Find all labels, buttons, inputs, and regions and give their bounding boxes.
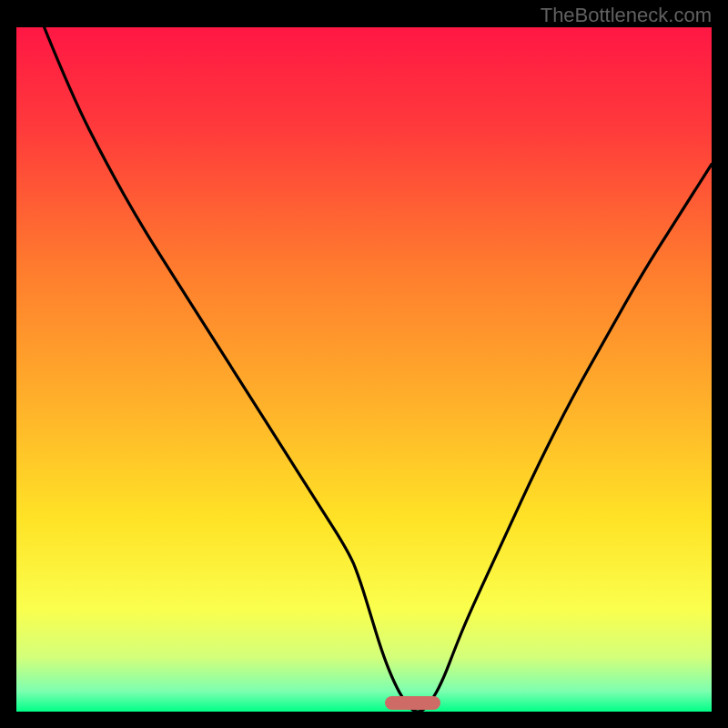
bottleneck-curve — [16, 27, 712, 712]
optimum-marker — [385, 696, 440, 710]
plot-area — [16, 27, 712, 712]
watermark-text: TheBottleneck.com — [541, 4, 712, 27]
